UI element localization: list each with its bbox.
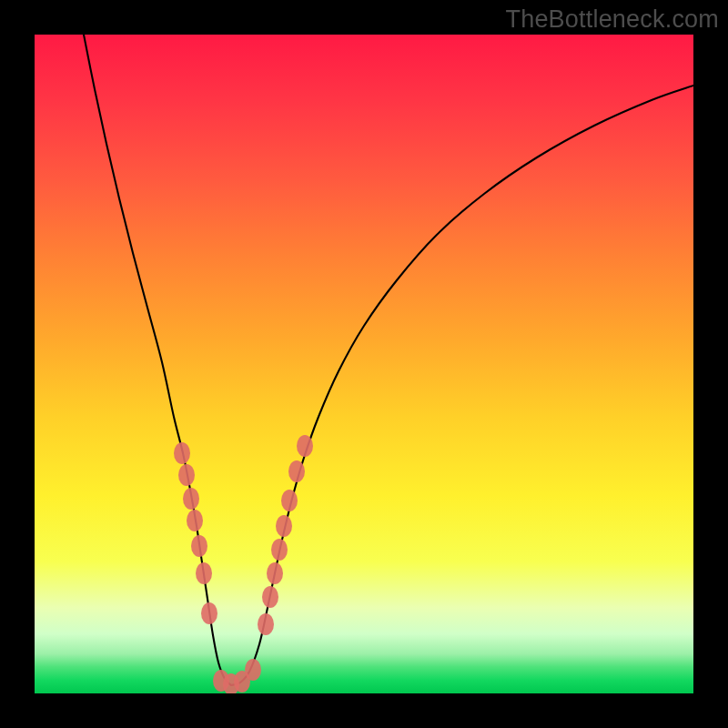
data-marker: [183, 488, 199, 510]
data-marker: [187, 510, 203, 531]
data-marker: [276, 515, 292, 537]
data-marker: [196, 562, 212, 584]
data-marker: [267, 562, 283, 584]
curve-left-arm: [84, 35, 231, 685]
curve-right-arm: [231, 86, 693, 685]
bottleneck-curve-plot: [35, 35, 693, 693]
data-marker: [174, 442, 190, 464]
data-marker: [288, 460, 305, 482]
data-marker: [178, 464, 195, 486]
data-marker: [281, 490, 298, 511]
data-marker: [245, 659, 261, 681]
data-marker: [271, 539, 288, 561]
marker-layer: [174, 435, 313, 693]
chart-panel: [35, 35, 693, 693]
data-marker: [262, 586, 278, 608]
watermark-text: TheBottleneck.com: [505, 5, 719, 34]
data-marker: [201, 602, 217, 624]
data-marker: [258, 613, 274, 635]
data-marker: [297, 435, 313, 457]
data-marker: [191, 535, 207, 557]
